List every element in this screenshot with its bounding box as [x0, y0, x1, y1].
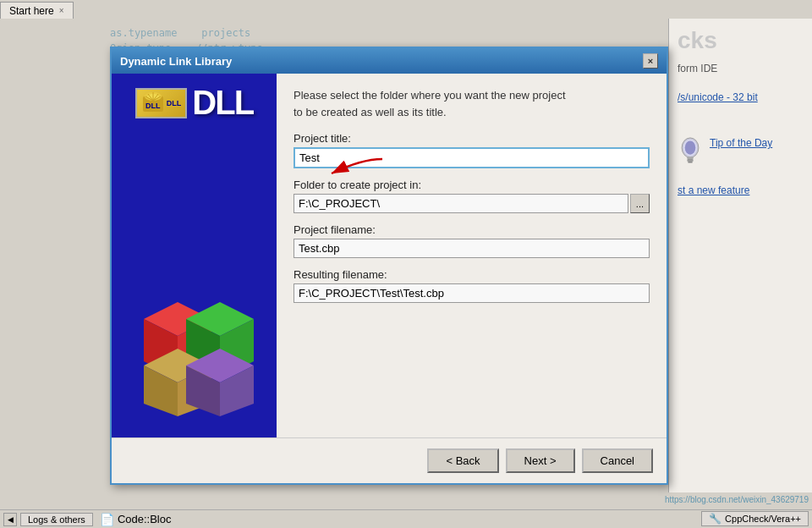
bottom-bar: ◀ Logs & others 📄 Code::Bloc 🔧 CppCheck/…: [0, 509, 812, 528]
svg-point-2: [685, 141, 696, 155]
bottom-right: 🔧 CppCheck/Vera++: [701, 511, 809, 526]
code-tab-label[interactable]: Code::Bloc: [118, 513, 172, 525]
project-title-group: Project title:: [294, 132, 650, 168]
project-title-input[interactable]: [294, 147, 650, 168]
resulting-input: [294, 283, 650, 303]
next-button[interactable]: Next >: [506, 448, 575, 473]
project-title-label: Project title:: [294, 132, 650, 145]
svg-rect-4: [687, 159, 693, 162]
dialog-footer: < Back Next > Cancel: [112, 437, 667, 483]
dll-badge: DLL DLL: [135, 88, 188, 118]
dialog-content: Please select the folder where you want …: [277, 74, 667, 437]
right-panel-subtitle: form IDE: [678, 63, 804, 74]
tip-of-day-link[interactable]: Tip of the Day: [710, 137, 772, 149]
dialog-close-button[interactable]: ×: [643, 53, 658, 69]
cppcheck-label: CppCheck/Vera++: [725, 514, 801, 524]
resulting-group: Resulting filename:: [294, 268, 650, 303]
browse-button[interactable]: ...: [630, 194, 650, 213]
filename-input: [294, 239, 650, 258]
dialog-title: Dynamic Link Library: [120, 55, 232, 68]
dialog-titlebar: Dynamic Link Library ×: [112, 48, 667, 74]
3d-cubes: [127, 285, 262, 421]
cppcheck-tab[interactable]: 🔧 CppCheck/Vera++: [701, 511, 809, 526]
cancel-button[interactable]: Cancel: [582, 448, 653, 473]
right-panel-title: cks: [678, 27, 804, 54]
tab-bar: Start here ×: [0, 0, 812, 19]
folder-label: Folder to create project in:: [294, 179, 650, 191]
logs-tab[interactable]: Logs & others: [20, 513, 93, 526]
svg-text:DLL: DLL: [145, 102, 161, 110]
unicode-link[interactable]: /s/unicode - 32 bit: [678, 91, 804, 103]
cppcheck-icon: 🔧: [709, 513, 721, 525]
tip-section: Tip of the Day: [678, 137, 804, 168]
right-panel: cks form IDE /s/unicode - 32 bit Tip of …: [668, 19, 812, 492]
back-button[interactable]: < Back: [427, 448, 498, 473]
dll-header-row: DLL DLL DLL: [135, 84, 253, 122]
dll-dialog: Dynamic Link Library ×: [110, 47, 668, 485]
resulting-label: Resulting filename:: [294, 268, 650, 281]
shell-icon: DLL: [141, 91, 165, 115]
lightbulb-icon: [678, 137, 703, 168]
start-here-tab[interactable]: Start here ×: [0, 2, 74, 19]
tab-close-icon[interactable]: ×: [59, 6, 64, 15]
code-tab-icon: 📄: [100, 513, 114, 526]
filename-group: Project filename:: [294, 223, 650, 258]
svg-rect-5: [688, 162, 692, 163]
dialog-description: Please select the folder where you want …: [294, 87, 650, 120]
dialog-image-panel: DLL DLL DLL: [112, 74, 277, 437]
nav-left-button[interactable]: ◀: [3, 513, 17, 526]
new-feature-link[interactable]: st a new feature: [678, 184, 804, 196]
svg-rect-3: [687, 157, 693, 159]
filename-label: Project filename:: [294, 223, 650, 236]
folder-group: Folder to create project in: ...: [294, 179, 650, 213]
watermark: https://blog.csdn.net/weixin_43629719: [665, 495, 809, 504]
dll-label: DLL: [192, 84, 253, 122]
folder-input-row: ...: [294, 194, 650, 213]
folder-input[interactable]: [294, 194, 628, 213]
dialog-body: DLL DLL DLL: [112, 74, 667, 437]
tab-label: Start here: [9, 5, 54, 17]
